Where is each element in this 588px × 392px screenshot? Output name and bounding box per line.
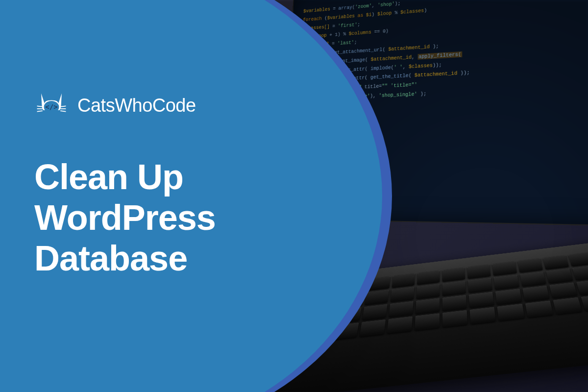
content-area: </> CatsWhoCode Clean Up WordPress Datab… — [34, 88, 216, 278]
svg-line-5 — [60, 106, 66, 106]
cat-logo-icon: </> — [34, 88, 69, 122]
title-line-1: Clean Up — [34, 157, 216, 197]
main-title: Clean Up WordPress Database — [34, 157, 216, 278]
svg-line-7 — [60, 111, 66, 111]
brand-name: CatsWhoCode — [77, 95, 196, 116]
svg-line-4 — [37, 111, 43, 111]
title-line-2: WordPress — [34, 197, 216, 238]
svg-text:</>: </> — [45, 103, 57, 111]
title-line-3: Database — [34, 238, 216, 279]
svg-line-2 — [37, 106, 43, 106]
banner-container: $variables = array('zoom', 'shop'); fore… — [0, 0, 588, 392]
brand-row: </> CatsWhoCode — [34, 88, 216, 122]
